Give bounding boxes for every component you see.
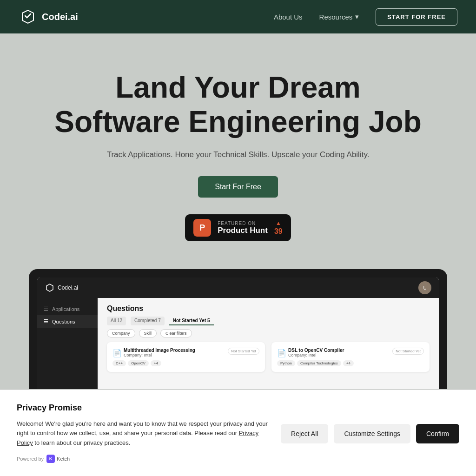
privacy-body: Welcome! We're glad you're here and want… bbox=[17, 419, 459, 448]
question-cards: 📄 Multithreaded Image Processing Company… bbox=[107, 342, 430, 372]
logo[interactable]: Codei.ai bbox=[19, 7, 78, 26]
app-filters: Company Skill Clear filters bbox=[107, 329, 430, 337]
filter-skill[interactable]: Skill bbox=[139, 329, 157, 337]
laptop-frame: Codei.ai U ☰ Applications ☰ Questions bbox=[29, 269, 447, 389]
product-hunt-votes: ▲ 39 bbox=[274, 220, 283, 236]
app-user-avatar[interactable]: U bbox=[418, 281, 431, 294]
product-hunt-badge[interactable]: P FEATURED ON Product Hunt ▲ 39 bbox=[185, 214, 291, 241]
tag: Compiler Technologies bbox=[297, 360, 341, 366]
app-logo: Codei.ai bbox=[45, 283, 78, 293]
question-card-0: 📄 Multithreaded Image Processing Company… bbox=[107, 342, 265, 372]
nav-about-us[interactable]: About Us bbox=[274, 13, 303, 21]
applications-icon: ☰ bbox=[44, 306, 48, 312]
card-tags-0: C++ OpenCV +4 bbox=[112, 360, 259, 366]
tag: Python bbox=[277, 360, 295, 366]
navbar: Codei.ai About Us Resources ▾ START FOR … bbox=[0, 0, 476, 33]
nav-resources[interactable]: Resources ▾ bbox=[319, 13, 359, 21]
customize-button[interactable]: Customize Settings bbox=[334, 424, 410, 443]
product-hunt-logo-icon: P bbox=[193, 219, 211, 237]
tab-all[interactable]: All 12 bbox=[107, 317, 126, 325]
app-main-content: Questions All 12 Completed 7 Not Started… bbox=[98, 298, 439, 389]
nav-links: About Us Resources ▾ START FOR FREE bbox=[274, 8, 457, 26]
sidebar-item-questions[interactable]: ☰ Questions bbox=[37, 315, 98, 328]
privacy-banner: Privacy Promise Welcome! We're glad you'… bbox=[0, 390, 476, 476]
reject-button[interactable]: Reject All bbox=[281, 424, 328, 443]
logo-text: Codei.ai bbox=[42, 12, 78, 22]
tab-not-started[interactable]: Not Started Yet 5 bbox=[169, 317, 214, 325]
tag: +4 bbox=[151, 360, 161, 366]
hero-cta-button[interactable]: Start For Free bbox=[198, 176, 278, 198]
privacy-footer: Powered by K Ketch bbox=[17, 455, 459, 463]
sidebar-item-applications[interactable]: ☰ Applications bbox=[37, 303, 98, 315]
card-tags-1: Python Compiler Technologies +4 bbox=[277, 360, 424, 366]
app-body: ☰ Applications ☰ Questions Questions All… bbox=[37, 298, 439, 389]
privacy-buttons: Reject All Customize Settings Confirm bbox=[281, 424, 459, 443]
privacy-text: Welcome! We're glad you're here and want… bbox=[17, 419, 271, 448]
filter-company[interactable]: Company bbox=[107, 329, 135, 337]
privacy-title: Privacy Promise bbox=[17, 403, 459, 413]
product-hunt-text: FEATURED ON Product Hunt bbox=[218, 221, 268, 235]
hero-subtitle: Track Applications. Hone your Technical … bbox=[19, 150, 457, 159]
hero-section: Land Your Dream Software Engineering Job… bbox=[0, 33, 476, 260]
question-card-1: 📄 DSL to OpenCV Compiler Company: Intel … bbox=[271, 342, 430, 372]
card-document-icon: 📄 bbox=[277, 349, 284, 356]
nav-start-button[interactable]: START FOR FREE bbox=[376, 8, 457, 26]
confirm-button[interactable]: Confirm bbox=[416, 424, 459, 443]
tag: C++ bbox=[112, 360, 126, 366]
hero-title: Land Your Dream Software Engineering Job bbox=[52, 71, 424, 139]
app-screenshot-section: Codei.ai U ☰ Applications ☰ Questions bbox=[0, 260, 476, 389]
app-topbar: Codei.ai U bbox=[37, 278, 439, 298]
ketch-logo: K Ketch bbox=[46, 455, 70, 463]
laptop-screen: Codei.ai U ☰ Applications ☰ Questions bbox=[37, 278, 439, 389]
filter-clear[interactable]: Clear filters bbox=[160, 329, 192, 337]
tab-completed[interactable]: Completed 7 bbox=[131, 317, 165, 325]
app-tabs: All 12 Completed 7 Not Started Yet 5 bbox=[107, 317, 430, 325]
card-document-icon: 📄 bbox=[112, 349, 120, 356]
questions-page-title: Questions bbox=[107, 304, 430, 313]
questions-icon: ☰ bbox=[44, 318, 48, 324]
app-sidebar: ☰ Applications ☰ Questions bbox=[37, 298, 98, 389]
ketch-icon: K bbox=[46, 455, 55, 463]
tag: +4 bbox=[343, 360, 354, 366]
tag: OpenCV bbox=[128, 360, 149, 366]
chevron-down-icon: ▾ bbox=[355, 13, 359, 21]
